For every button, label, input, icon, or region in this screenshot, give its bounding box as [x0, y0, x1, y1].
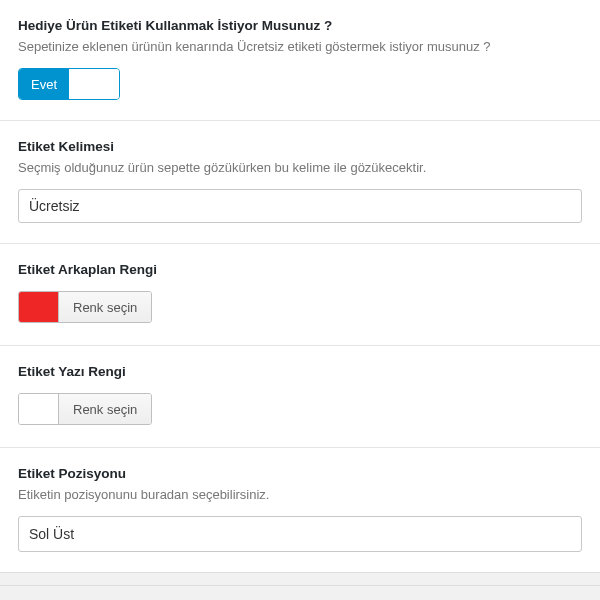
bg-color-swatch — [19, 292, 59, 322]
text-color-swatch — [19, 394, 59, 424]
text-color-title: Etiket Yazı Rengi — [18, 364, 582, 379]
bg-color-title: Etiket Arkaplan Rengi — [18, 262, 582, 277]
position-select-wrap — [18, 516, 582, 552]
position-title: Etiket Pozisyonu — [18, 466, 582, 481]
gift-tag-toggle[interactable]: Evet — [18, 68, 120, 100]
bg-color-section: Etiket Arkaplan Rengi Renk seçin — [0, 244, 600, 346]
text-color-picker[interactable]: Renk seçin — [18, 393, 152, 425]
text-color-button[interactable]: Renk seçin — [59, 394, 151, 424]
gift-tag-section: Hediye Ürün Etiketi Kullanmak İstiyor Mu… — [0, 0, 600, 121]
label-word-section: Etiket Kelimesi Seçmiş olduğunuz ürün se… — [0, 121, 600, 244]
bg-color-button[interactable]: Renk seçin — [59, 292, 151, 322]
settings-panel: Hediye Ürün Etiketi Kullanmak İstiyor Mu… — [0, 0, 600, 572]
gift-tag-title: Hediye Ürün Etiketi Kullanmak İstiyor Mu… — [18, 18, 582, 33]
label-word-title: Etiket Kelimesi — [18, 139, 582, 154]
label-word-input[interactable] — [18, 189, 582, 223]
bottom-divider — [0, 572, 600, 586]
toggle-on-label: Evet — [19, 69, 69, 99]
position-select[interactable] — [18, 516, 582, 552]
toggle-off-side — [69, 69, 119, 99]
position-desc: Etiketin pozisyonunu buradan seçebilirsi… — [18, 487, 582, 502]
position-section: Etiket Pozisyonu Etiketin pozisyonunu bu… — [0, 448, 600, 572]
gift-tag-desc: Sepetinize eklenen ürünün kenarında Ücre… — [18, 39, 582, 54]
bg-color-picker[interactable]: Renk seçin — [18, 291, 152, 323]
text-color-section: Etiket Yazı Rengi Renk seçin — [0, 346, 600, 448]
label-word-desc: Seçmiş olduğunuz ürün sepette gözükürken… — [18, 160, 582, 175]
